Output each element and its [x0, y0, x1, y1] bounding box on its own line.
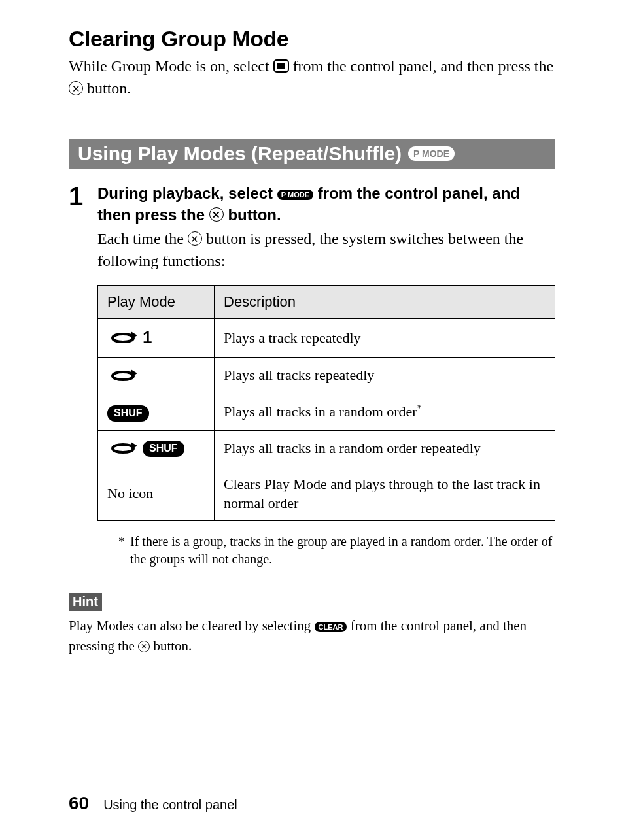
repeat-icon — [107, 329, 139, 347]
stop-icon — [273, 59, 289, 73]
text-fragment: Each time the — [97, 230, 188, 247]
mode-cell-no-icon: No icon — [98, 467, 215, 520]
text-fragment: During playback, select — [97, 184, 277, 202]
page-number: 60 — [69, 793, 89, 814]
table-row: No icon Clears Play Mode and plays throu… — [98, 467, 555, 520]
footnote-text: If there is a group, tracks in the group… — [130, 533, 555, 568]
mode-desc: Plays a track repeatedly — [215, 319, 555, 358]
mode-cell-shuffle: SHUF — [98, 394, 215, 430]
x-button-icon: ✕ — [209, 207, 224, 222]
text-fragment: button. — [87, 80, 131, 97]
text-fragment: from the control panel, and then press t… — [293, 58, 554, 75]
repeat-icon — [107, 367, 139, 385]
step-description: Each time the ✕ button is pressed, the s… — [97, 228, 555, 272]
step-title: During playback, select P MODE from the … — [97, 183, 555, 226]
table-row: SHUF Plays all tracks in a random order* — [98, 394, 555, 430]
table-row: SHUF Plays all tracks in a random order … — [98, 430, 555, 467]
footnote-mark: * — [118, 533, 125, 568]
clearing-intro: While Group Mode is on, select from the … — [69, 56, 555, 99]
mode-cell-repeat-shuffle: SHUF — [98, 430, 215, 467]
text-fragment: Plays all tracks in a random order — [224, 403, 417, 420]
heading-clearing-group-mode: Clearing Group Mode — [69, 26, 555, 52]
mode-desc: Clears Play Mode and plays through to th… — [215, 467, 555, 520]
text-fragment: button. — [153, 638, 192, 654]
table-header-mode: Play Mode — [98, 286, 215, 319]
pmode-badge-icon: P MODE — [408, 146, 455, 161]
repeat-icon — [107, 439, 139, 458]
hint-badge: Hint — [69, 593, 102, 611]
clear-badge-icon: CLEAR — [315, 622, 347, 632]
footnote: * If there is a group, tracks in the gro… — [97, 533, 555, 568]
mode-desc: Plays all tracks repeatedly — [215, 357, 555, 394]
section-title: Using Play Modes (Repeat/Shuffle) — [78, 143, 402, 165]
mode-desc: Plays all tracks in a random order* — [215, 394, 555, 430]
footnote-marker: * — [417, 403, 422, 413]
play-mode-table: Play Mode Description 1 — [97, 285, 555, 521]
step-1: 1 During playback, select P MODE from th… — [69, 183, 555, 585]
x-button-icon: ✕ — [138, 641, 150, 652]
text-fragment: Play Modes can also be cleared by select… — [69, 618, 315, 633]
table-row: Plays all tracks repeatedly — [98, 357, 555, 394]
table-header-description: Description — [215, 286, 555, 319]
pmode-badge-icon: P MODE — [277, 190, 313, 200]
mode-desc: Plays all tracks in a random order repea… — [215, 430, 555, 467]
shuffle-badge-icon: SHUF — [143, 441, 184, 457]
hint-text: Play Modes can also be cleared by select… — [69, 616, 555, 656]
text-fragment: While Group Mode is on, select — [69, 58, 273, 75]
page-section-label: Using the control panel — [103, 798, 237, 813]
mode-cell-repeat-all — [98, 357, 215, 394]
x-button-icon: ✕ — [188, 231, 202, 246]
x-button-icon: ✕ — [69, 81, 83, 95]
mode-cell-repeat-1: 1 — [98, 319, 215, 358]
page-footer: 60 Using the control panel — [69, 793, 555, 814]
table-header-row: Play Mode Description — [98, 286, 555, 319]
text-fragment: button. — [228, 206, 281, 224]
step-number: 1 — [69, 183, 86, 585]
table-row: 1 Plays a track repeatedly — [98, 319, 555, 358]
shuffle-badge-icon: SHUF — [107, 405, 149, 422]
section-bar: Using Play Modes (Repeat/Shuffle) P MODE — [69, 139, 555, 169]
